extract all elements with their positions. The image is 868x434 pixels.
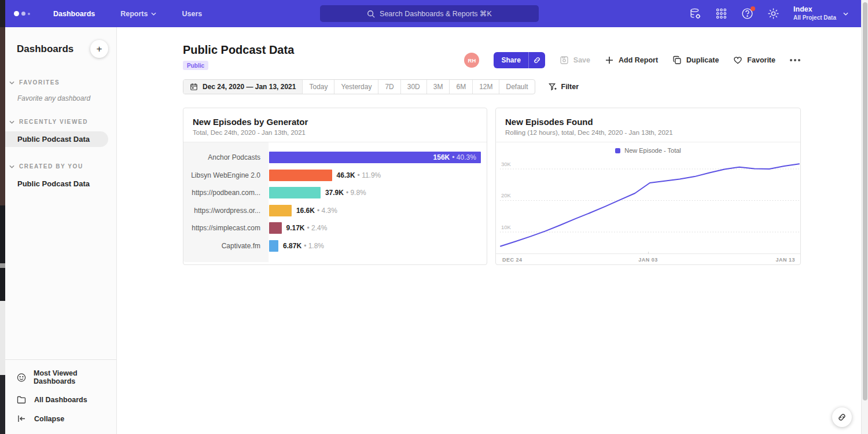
favorites-empty-state: Favorite any dashboard xyxy=(5,86,116,102)
date-range-control: Dec 24, 2020 — Jan 13, 2021 Today Yester… xyxy=(183,79,535,94)
preset-7d[interactable]: 7D xyxy=(378,80,400,94)
add-dashboard-button[interactable]: + xyxy=(90,40,108,58)
section-recently-viewed[interactable]: RECENTLY VIEWED xyxy=(5,119,116,125)
preset-12m[interactable]: 12M xyxy=(472,80,499,94)
sidebar: Dashboards + FAVORITES Favorite any dash… xyxy=(5,27,117,434)
x-axis: DEC 24 JAN 03 JAN 13 xyxy=(496,253,800,265)
notification-badge xyxy=(751,6,755,11)
line-chart[interactable]: 10K20K30K xyxy=(500,157,800,253)
share-link-button[interactable] xyxy=(528,52,545,68)
save-button[interactable]: Save xyxy=(560,56,590,65)
add-report-button[interactable]: Add Report xyxy=(605,56,658,65)
link-icon xyxy=(837,413,847,422)
chart-legend: New Episode - Total xyxy=(496,142,800,154)
copy-icon xyxy=(672,56,682,65)
preset-yesterday[interactable]: Yesterday xyxy=(334,80,378,94)
card-new-episodes-found: New Episodes Found Rolling (12 hours), t… xyxy=(495,108,801,265)
svg-text:20K: 20K xyxy=(501,192,511,198)
bar[interactable] xyxy=(269,187,321,198)
bar-row-wordpress[interactable]: https://wordpress.or... 16.6K• 4.3% xyxy=(183,202,487,220)
favorite-button[interactable]: Favorite xyxy=(733,56,775,65)
x-tick-label: JAN 03 xyxy=(638,257,658,263)
vertical-scrollbar xyxy=(861,0,868,434)
plus-icon xyxy=(605,56,614,65)
axis-tick xyxy=(648,252,649,254)
workspace-subtitle: All Project Data xyxy=(793,14,836,22)
svg-text:10K: 10K xyxy=(501,224,511,230)
legend-swatch xyxy=(615,148,620,153)
link-icon xyxy=(533,56,541,64)
more-options-button[interactable] xyxy=(790,59,800,61)
main-content: Public Podcast Data Public RH Share Save… xyxy=(117,27,861,434)
help-icon[interactable] xyxy=(741,8,753,20)
floating-link-button[interactable] xyxy=(832,407,852,427)
date-range-button[interactable]: Dec 24, 2020 — Jan 13, 2021 xyxy=(183,80,302,94)
bar-row-podbean[interactable]: https://podbean.com... 37.9K• 9.8% xyxy=(183,184,487,202)
app-logo[interactable] xyxy=(14,11,30,16)
bar-row-simplecast[interactable]: https://simplecast.com 9.17K• 2.4% xyxy=(183,219,487,237)
line-chart-svg: 10K20K30K xyxy=(500,157,800,253)
card-new-episodes-by-generator: New Episodes by Generator Total, Dec 24t… xyxy=(183,108,487,265)
filter-funnel-icon xyxy=(549,83,557,91)
all-dashboards-button[interactable]: All Dashboards xyxy=(5,390,116,409)
x-tick-label: JAN 13 xyxy=(775,257,795,263)
sidebar-title: Dashboards xyxy=(17,43,73,55)
bar[interactable] xyxy=(269,222,282,234)
preset-today[interactable]: Today xyxy=(302,80,334,94)
filter-button[interactable]: Filter xyxy=(549,83,579,91)
page-title: Public Podcast Data xyxy=(183,43,294,57)
scrollbar-thumb[interactable] xyxy=(863,2,867,400)
avatar[interactable]: RH xyxy=(464,53,479,68)
chevron-down-icon xyxy=(9,81,14,84)
bar[interactable] xyxy=(269,170,332,181)
search-placeholder: Search Dashboards & Reports ⌘K xyxy=(380,9,492,18)
card-subtitle: Rolling (12 hours), total, Dec 24th, 202… xyxy=(505,129,791,136)
legend-label: New Episode - Total xyxy=(624,147,681,154)
bar-row-captivate[interactable]: Captivate.fm 6.87K• 1.8% xyxy=(183,237,487,255)
public-badge: Public xyxy=(183,61,208,70)
workspace-name: Index xyxy=(793,5,836,14)
window-edge-strip xyxy=(0,0,5,434)
collapse-sidebar-button[interactable]: Collapse xyxy=(5,409,116,428)
preset-default[interactable]: Default xyxy=(499,80,534,94)
nav-item-users[interactable]: Users xyxy=(182,10,202,18)
svg-text:30K: 30K xyxy=(501,161,511,167)
bar[interactable]: 156K• 40.3% xyxy=(269,152,481,163)
duplicate-button[interactable]: Duplicate xyxy=(672,56,719,65)
section-favorites[interactable]: FAVORITES xyxy=(5,79,116,86)
collapse-icon xyxy=(17,414,27,424)
chevron-down-icon xyxy=(843,12,848,16)
most-viewed-dashboards-button[interactable]: Most Viewed Dashboards xyxy=(5,365,116,390)
share-button[interactable]: Share xyxy=(494,52,545,68)
preset-30d[interactable]: 30D xyxy=(400,80,426,94)
apps-grid-icon[interactable] xyxy=(715,8,727,20)
search-icon xyxy=(367,10,375,18)
settings-gear-icon[interactable] xyxy=(767,8,779,20)
bar-row-libsyn[interactable]: Libsyn WebEngine 2.0 46.3K• 11.9% xyxy=(183,167,487,185)
chevron-down-icon xyxy=(9,120,14,124)
sidebar-item-public-podcast-data[interactable]: Public Podcast Data xyxy=(5,131,108,147)
calendar-icon xyxy=(190,83,198,91)
nav-item-dashboards[interactable]: Dashboards xyxy=(53,10,95,18)
x-tick-label: DEC 24 xyxy=(502,257,523,263)
nav-item-reports[interactable]: Reports xyxy=(120,10,156,18)
bar[interactable] xyxy=(269,240,278,252)
heart-icon xyxy=(733,56,742,65)
card-subtitle: Total, Dec 24th, 2020 - Jan 13th, 2021 xyxy=(193,129,477,136)
save-icon xyxy=(560,56,569,65)
card-title: New Episodes Found xyxy=(505,117,791,127)
search-input[interactable]: Search Dashboards & Reports ⌘K xyxy=(320,5,539,22)
preset-3m[interactable]: 3M xyxy=(426,80,450,94)
workspace-selector[interactable]: Index All Project Data xyxy=(793,5,848,21)
section-created-by-you[interactable]: CREATED BY YOU xyxy=(5,163,116,170)
bar[interactable] xyxy=(269,205,292,216)
top-nav: Dashboards Reports Users Search Dashboar… xyxy=(0,0,861,27)
data-sources-icon[interactable] xyxy=(689,8,701,20)
smiley-icon xyxy=(17,373,26,382)
bar-row-anchor-podcasts[interactable]: Anchor Podcasts 156K• 40.3% xyxy=(183,149,487,167)
bar-chart: Anchor Podcasts 156K• 40.3% Libsyn WebEn… xyxy=(183,142,487,263)
card-title: New Episodes by Generator xyxy=(193,117,477,127)
preset-6m[interactable]: 6M xyxy=(449,80,472,94)
sidebar-item-public-podcast-data-created[interactable]: Public Podcast Data xyxy=(5,176,116,192)
folder-icon xyxy=(17,395,27,404)
